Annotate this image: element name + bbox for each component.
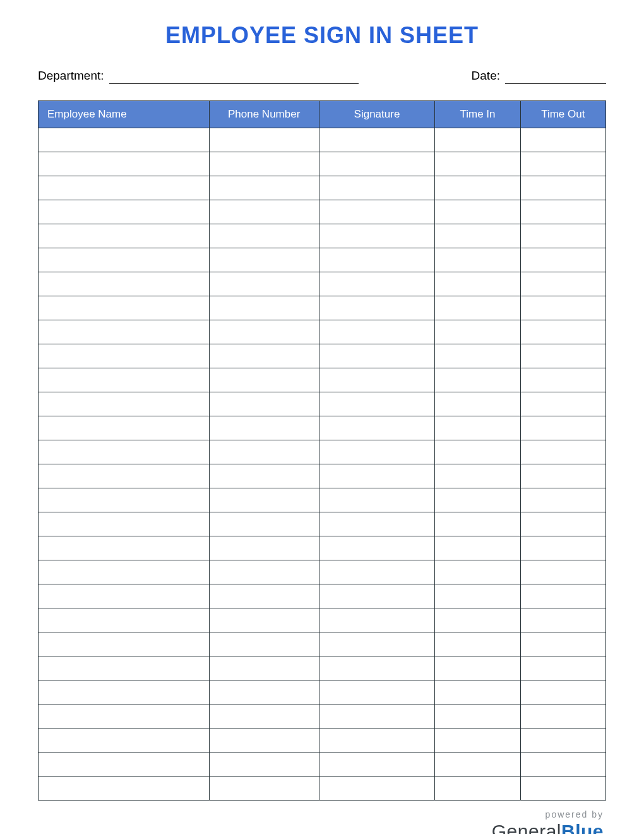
date-input-line[interactable] bbox=[505, 70, 606, 84]
table-cell[interactable] bbox=[319, 368, 435, 392]
table-cell[interactable] bbox=[435, 200, 520, 224]
table-cell[interactable] bbox=[435, 656, 520, 680]
table-cell[interactable] bbox=[39, 152, 210, 176]
table-cell[interactable] bbox=[209, 512, 319, 536]
table-cell[interactable] bbox=[209, 464, 319, 488]
table-cell[interactable] bbox=[435, 128, 520, 152]
table-cell[interactable] bbox=[319, 656, 435, 680]
table-cell[interactable] bbox=[520, 176, 605, 200]
table-cell[interactable] bbox=[39, 224, 210, 248]
table-cell[interactable] bbox=[319, 680, 435, 704]
table-cell[interactable] bbox=[435, 752, 520, 777]
table-cell[interactable] bbox=[319, 224, 435, 248]
table-cell[interactable] bbox=[39, 488, 210, 512]
table-cell[interactable] bbox=[209, 416, 319, 440]
table-cell[interactable] bbox=[520, 560, 605, 584]
table-cell[interactable] bbox=[319, 704, 435, 728]
table-cell[interactable] bbox=[520, 152, 605, 176]
table-cell[interactable] bbox=[39, 536, 210, 560]
table-cell[interactable] bbox=[209, 176, 319, 200]
table-cell[interactable] bbox=[435, 560, 520, 584]
table-cell[interactable] bbox=[319, 320, 435, 344]
table-cell[interactable] bbox=[520, 248, 605, 272]
table-cell[interactable] bbox=[319, 152, 435, 176]
table-cell[interactable] bbox=[209, 224, 319, 248]
table-cell[interactable] bbox=[39, 728, 210, 752]
table-cell[interactable] bbox=[209, 128, 319, 152]
table-cell[interactable] bbox=[520, 536, 605, 560]
table-cell[interactable] bbox=[435, 176, 520, 200]
table-cell[interactable] bbox=[39, 392, 210, 416]
table-cell[interactable] bbox=[520, 777, 605, 801]
table-cell[interactable] bbox=[319, 296, 435, 320]
table-cell[interactable] bbox=[520, 704, 605, 728]
table-cell[interactable] bbox=[39, 584, 210, 608]
table-cell[interactable] bbox=[39, 440, 210, 464]
table-cell[interactable] bbox=[435, 296, 520, 320]
table-cell[interactable] bbox=[209, 680, 319, 704]
table-cell[interactable] bbox=[435, 536, 520, 560]
table-cell[interactable] bbox=[435, 680, 520, 704]
table-cell[interactable] bbox=[520, 632, 605, 656]
table-cell[interactable] bbox=[520, 320, 605, 344]
table-cell[interactable] bbox=[520, 584, 605, 608]
table-cell[interactable] bbox=[435, 777, 520, 801]
table-cell[interactable] bbox=[39, 128, 210, 152]
table-cell[interactable] bbox=[435, 248, 520, 272]
table-cell[interactable] bbox=[209, 704, 319, 728]
table-cell[interactable] bbox=[520, 272, 605, 296]
table-cell[interactable] bbox=[319, 488, 435, 512]
table-cell[interactable] bbox=[209, 152, 319, 176]
table-cell[interactable] bbox=[319, 440, 435, 464]
table-cell[interactable] bbox=[209, 777, 319, 801]
table-cell[interactable] bbox=[319, 344, 435, 368]
table-cell[interactable] bbox=[209, 584, 319, 608]
table-cell[interactable] bbox=[39, 464, 210, 488]
table-cell[interactable] bbox=[319, 128, 435, 152]
table-cell[interactable] bbox=[209, 248, 319, 272]
table-cell[interactable] bbox=[520, 464, 605, 488]
table-cell[interactable] bbox=[435, 344, 520, 368]
table-cell[interactable] bbox=[209, 632, 319, 656]
table-cell[interactable] bbox=[39, 752, 210, 777]
table-cell[interactable] bbox=[520, 416, 605, 440]
table-cell[interactable] bbox=[319, 536, 435, 560]
table-cell[interactable] bbox=[209, 368, 319, 392]
table-cell[interactable] bbox=[319, 728, 435, 752]
table-cell[interactable] bbox=[319, 752, 435, 777]
table-cell[interactable] bbox=[435, 152, 520, 176]
table-cell[interactable] bbox=[520, 224, 605, 248]
table-cell[interactable] bbox=[39, 248, 210, 272]
table-cell[interactable] bbox=[319, 176, 435, 200]
table-cell[interactable] bbox=[319, 584, 435, 608]
table-cell[interactable] bbox=[520, 488, 605, 512]
table-cell[interactable] bbox=[39, 368, 210, 392]
table-cell[interactable] bbox=[435, 416, 520, 440]
table-cell[interactable] bbox=[319, 464, 435, 488]
table-cell[interactable] bbox=[319, 392, 435, 416]
table-cell[interactable] bbox=[520, 344, 605, 368]
table-cell[interactable] bbox=[520, 728, 605, 752]
table-cell[interactable] bbox=[520, 368, 605, 392]
table-cell[interactable] bbox=[39, 320, 210, 344]
table-cell[interactable] bbox=[520, 512, 605, 536]
table-cell[interactable] bbox=[520, 656, 605, 680]
table-cell[interactable] bbox=[209, 320, 319, 344]
table-cell[interactable] bbox=[435, 488, 520, 512]
table-cell[interactable] bbox=[520, 752, 605, 777]
table-cell[interactable] bbox=[39, 777, 210, 801]
table-cell[interactable] bbox=[520, 440, 605, 464]
table-cell[interactable] bbox=[39, 560, 210, 584]
table-cell[interactable] bbox=[319, 272, 435, 296]
table-cell[interactable] bbox=[39, 704, 210, 728]
table-cell[interactable] bbox=[319, 416, 435, 440]
table-cell[interactable] bbox=[39, 176, 210, 200]
table-cell[interactable] bbox=[209, 752, 319, 777]
table-cell[interactable] bbox=[520, 128, 605, 152]
table-cell[interactable] bbox=[319, 200, 435, 224]
table-cell[interactable] bbox=[520, 392, 605, 416]
table-cell[interactable] bbox=[209, 392, 319, 416]
table-cell[interactable] bbox=[209, 656, 319, 680]
table-cell[interactable] bbox=[435, 368, 520, 392]
table-cell[interactable] bbox=[435, 704, 520, 728]
